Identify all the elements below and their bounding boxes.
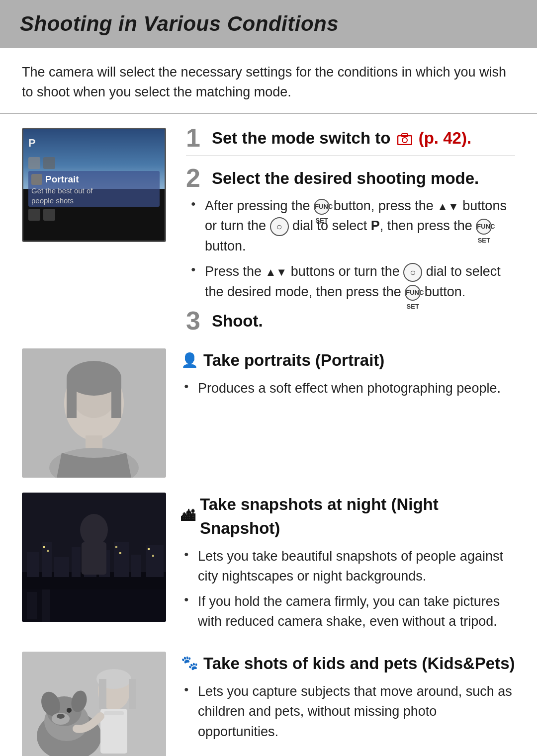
svg-rect-48 <box>100 709 127 754</box>
step-2-heading: 2 Select the desired shooting mode. <box>186 168 515 191</box>
main-content: P Portrait <box>0 128 537 756</box>
night-photo <box>22 493 166 622</box>
portrait-icon: 👤 <box>181 350 198 371</box>
title-bar: Shooting in Various Conditions <box>0 0 537 48</box>
kids-bullet-1: Lets you capture subjects that move arou… <box>184 681 515 742</box>
step-1-heading: 1 Set the mode switch to <box>186 128 515 151</box>
svg-rect-47 <box>129 679 136 709</box>
svg-rect-29 <box>152 555 154 557</box>
step-2-bullet-1: After pressing the FUNCSET button, press… <box>191 196 515 256</box>
step-2-bullets: After pressing the FUNCSET button, press… <box>186 196 515 302</box>
portrait-bullets: Produces a soft effect when photographin… <box>181 378 501 399</box>
night-feature-section: 🏙 Take snapshots at night (Night Snapsho… <box>22 493 515 637</box>
camera-selected-desc: Get the best out ofpeople shots <box>31 186 157 205</box>
kids-photo-col <box>22 652 166 756</box>
step-3-heading: 3 Shoot. <box>186 311 515 334</box>
camera-selected-label: Portrait <box>45 172 79 186</box>
portrait-feature-text: 👤 Take portraits (Portrait) Produces a s… <box>181 348 501 403</box>
camera-ui-mockup: P Portrait <box>22 128 166 242</box>
svg-rect-31 <box>82 542 106 575</box>
svg-rect-13 <box>27 552 39 577</box>
camera-ui-selected-mode: Portrait Get the best out ofpeople shots <box>28 171 160 207</box>
night-heading-text: Take snapshots at night (Night Snapshot) <box>200 493 515 540</box>
night-feature-heading: 🏙 Take snapshots at night (Night Snapsho… <box>181 493 515 540</box>
arrow-up-down-2: ▲▼ <box>266 266 287 278</box>
kids-photo <box>22 652 166 756</box>
night-icon: 🏙 <box>181 506 195 527</box>
step-2-title: Select the desired shooting mode. <box>212 168 479 188</box>
night-photo-col <box>22 493 166 622</box>
svg-rect-27 <box>119 552 121 554</box>
kids-feature-heading: 🐾 Take shots of kids and pets (Kids&Pets… <box>181 652 515 675</box>
svg-rect-34 <box>42 589 50 622</box>
func-set-button-1: FUNCSET <box>314 199 330 215</box>
step-2-bullet-2: Press the ▲▼ buttons or turn the ○ dial … <box>191 261 515 302</box>
intro-text: The camera will select the necessary set… <box>0 62 537 114</box>
step-2-number: 2 <box>186 165 204 191</box>
portrait-feature-heading: 👤 Take portraits (Portrait) <box>181 348 501 372</box>
portrait-heading-text: Take portraits (Portrait) <box>203 348 384 372</box>
step-1-link[interactable]: (p. 42). <box>419 129 471 147</box>
kids-icon: 🐾 <box>181 653 198 673</box>
svg-rect-22 <box>43 546 45 548</box>
svg-rect-26 <box>115 546 117 548</box>
svg-rect-23 <box>47 550 49 552</box>
step-3-title: Shoot. <box>212 311 263 331</box>
kids-bullets: Lets you capture subjects that move arou… <box>181 681 515 742</box>
arrow-up-down-1: ▲▼ <box>437 200 459 213</box>
svg-rect-20 <box>131 555 141 577</box>
camera-ui-overlay: P Portrait <box>23 129 165 241</box>
night-bullet-2: If you hold the camera firmly, you can t… <box>184 591 515 632</box>
p-mode-label: P <box>371 218 380 233</box>
steps-1-2-row: P Portrait <box>22 128 515 338</box>
portrait-photo-col <box>22 348 166 478</box>
page-title: Shooting in Various Conditions <box>20 9 517 39</box>
func-set-button-2: FUNCSET <box>476 219 492 235</box>
portrait-feature-section: 👤 Take portraits (Portrait) Produces a s… <box>22 348 515 478</box>
step-3-number: 3 <box>186 308 204 334</box>
camera-icon-inline <box>397 129 412 150</box>
kids-feature-section: 🐾 Take shots of kids and pets (Kids&Pets… <box>22 652 515 756</box>
svg-point-30 <box>80 514 108 546</box>
steps-1-2-content: 1 Set the mode switch to <box>186 128 515 338</box>
dial-icon-1: ○ <box>270 217 289 236</box>
svg-point-42 <box>57 714 65 719</box>
night-feature-text: 🏙 Take snapshots at night (Night Snapsho… <box>181 493 515 637</box>
svg-rect-15 <box>54 557 69 577</box>
night-bullets: Lets you take beautiful snapshots of peo… <box>181 546 515 632</box>
svg-rect-28 <box>148 548 150 550</box>
night-bullet-1: Lets you take beautiful snapshots of peo… <box>184 546 515 587</box>
page-container: Shooting in Various Conditions The camer… <box>0 0 537 756</box>
kids-feature-text: 🐾 Take shots of kids and pets (Kids&Pets… <box>181 652 515 747</box>
svg-rect-16 <box>72 547 81 577</box>
svg-rect-7 <box>67 378 77 418</box>
svg-point-2 <box>402 138 407 143</box>
kids-heading-text: Take shots of kids and pets (Kids&Pets) <box>203 652 515 675</box>
step-1-number: 1 <box>186 125 204 151</box>
svg-rect-49 <box>104 711 124 715</box>
svg-rect-8 <box>111 378 121 418</box>
dial-icon-2: ○ <box>403 263 422 282</box>
func-set-button-3: FUNCSET <box>405 285 421 301</box>
step-1-title: Set the mode switch to (p. 42). <box>212 129 471 147</box>
camera-ui-column: P Portrait <box>22 128 171 242</box>
camera-ui-p-label: P <box>28 135 160 151</box>
portrait-bullet-1: Produces a soft effect when photographin… <box>184 378 501 399</box>
portrait-photo <box>22 348 166 478</box>
svg-rect-33 <box>27 592 37 619</box>
svg-point-43 <box>67 708 72 713</box>
svg-rect-46 <box>99 679 106 709</box>
